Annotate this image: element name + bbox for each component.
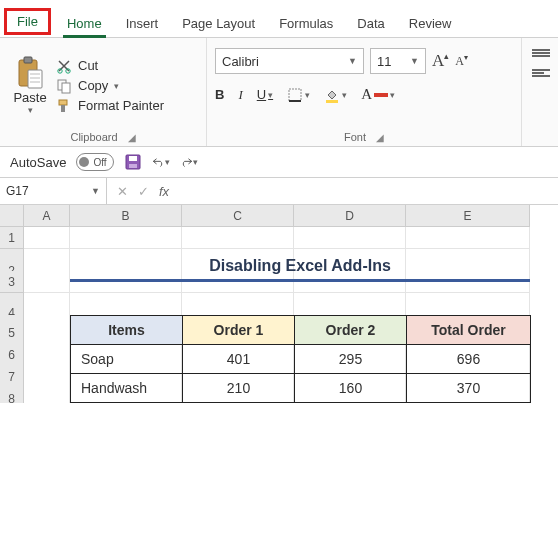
chevron-down-icon: ▼ — [91, 186, 100, 196]
chevron-down-icon: ▾ — [28, 105, 33, 115]
autosave-label: AutoSave — [10, 155, 66, 170]
dialog-launcher-icon[interactable]: ◢ — [128, 132, 136, 143]
decrease-font-button[interactable]: A▾ — [455, 53, 468, 69]
align-left-button[interactable] — [532, 68, 550, 78]
enter-icon[interactable]: ✓ — [138, 184, 149, 199]
svg-rect-14 — [326, 100, 338, 103]
ribbon-tabs: File Home Insert Page Layout Formulas Da… — [0, 0, 558, 38]
table-cell[interactable]: Soap — [71, 345, 183, 374]
table-cell[interactable]: 527 — [295, 403, 407, 404]
table-cell[interactable]: Shampoo — [71, 403, 183, 404]
save-button[interactable] — [124, 153, 142, 171]
borders-button[interactable]: ▾ — [287, 87, 310, 103]
header-order1: Order 1 — [183, 316, 295, 345]
svg-rect-18 — [129, 164, 137, 168]
bold-button[interactable]: B — [215, 87, 224, 102]
fill-color-button[interactable]: ▾ — [324, 87, 347, 103]
quick-access-toolbar: AutoSave Off ▾ ▾ — [0, 147, 558, 178]
underline-button[interactable]: U▾ — [257, 87, 273, 102]
font-size-value: 11 — [377, 54, 391, 69]
font-size-select[interactable]: 11 ▼ — [370, 48, 426, 74]
paste-button[interactable]: Paste ▾ — [8, 42, 52, 129]
tab-home[interactable]: Home — [55, 10, 114, 37]
fx-icon[interactable]: fx — [159, 184, 169, 199]
name-box[interactable]: G17 ▼ — [0, 178, 107, 204]
paste-label: Paste — [13, 90, 46, 105]
tab-formulas[interactable]: Formulas — [267, 10, 345, 37]
cut-label: Cut — [78, 58, 98, 73]
format-painter-label: Format Painter — [78, 98, 164, 113]
font-name-select[interactable]: Calibri ▼ — [215, 48, 364, 74]
tab-review[interactable]: Review — [397, 10, 464, 37]
chevron-down-icon: ▾ — [114, 81, 119, 91]
sheet-title: Disabling Excel Add-Ins — [70, 257, 530, 282]
font-color-button[interactable]: A ▾ — [361, 86, 395, 103]
header-items: Items — [71, 316, 183, 345]
group-clipboard: Paste ▾ Cut Copy ▾ Format Painter — [0, 38, 207, 146]
copy-button[interactable]: Copy ▾ — [56, 78, 164, 94]
format-painter-button[interactable]: Format Painter — [56, 98, 164, 114]
redo-button[interactable]: ▾ — [180, 153, 198, 171]
align-top-button[interactable] — [532, 48, 550, 58]
cut-button[interactable]: Cut — [56, 58, 164, 74]
table-cell[interactable]: Handwash — [71, 374, 183, 403]
font-group-label: Font — [344, 131, 366, 143]
increase-font-button[interactable]: A▴ — [432, 51, 449, 71]
svg-rect-12 — [289, 89, 301, 101]
svg-rect-17 — [129, 156, 137, 161]
group-alignment — [522, 38, 558, 146]
font-name-value: Calibri — [222, 54, 259, 69]
table-cell[interactable]: 730 — [407, 403, 531, 404]
tab-page-layout[interactable]: Page Layout — [170, 10, 267, 37]
clipboard-group-label: Clipboard — [70, 131, 117, 143]
svg-rect-11 — [61, 105, 65, 112]
svg-rect-15 — [374, 93, 388, 97]
chevron-down-icon: ▼ — [410, 56, 419, 66]
italic-button[interactable]: I — [238, 87, 242, 103]
table-cell[interactable]: 696 — [407, 345, 531, 374]
data-table: Items Order 1 Order 2 Total Order Soap40… — [70, 315, 531, 403]
tab-insert[interactable]: Insert — [114, 10, 171, 37]
table-cell[interactable]: 203 — [183, 403, 295, 404]
table-cell[interactable]: 295 — [295, 345, 407, 374]
name-box-value: G17 — [6, 184, 29, 198]
table-cell[interactable]: 370 — [407, 374, 531, 403]
table-cell[interactable]: 210 — [183, 374, 295, 403]
cancel-icon[interactable]: ✕ — [117, 184, 128, 199]
formula-bar: G17 ▼ ✕ ✓ fx — [0, 178, 558, 205]
undo-button[interactable]: ▾ — [152, 153, 170, 171]
table-cell[interactable]: 401 — [183, 345, 295, 374]
header-total: Total Order — [407, 316, 531, 345]
copy-label: Copy — [78, 78, 108, 93]
svg-rect-9 — [62, 83, 70, 93]
ribbon: Paste ▾ Cut Copy ▾ Format Painter — [0, 38, 558, 147]
tab-file[interactable]: File — [4, 8, 51, 35]
dialog-launcher-icon[interactable]: ◢ — [376, 132, 384, 143]
header-order2: Order 2 — [295, 316, 407, 345]
tab-data[interactable]: Data — [345, 10, 396, 37]
svg-rect-2 — [28, 70, 42, 88]
svg-rect-1 — [24, 57, 32, 63]
group-font: Calibri ▼ 11 ▼ A▴ A▾ B I U▾ ▾ ▾ — [207, 38, 522, 146]
autosave-toggle[interactable]: Off — [76, 153, 113, 171]
table-cell[interactable]: 160 — [295, 374, 407, 403]
svg-rect-10 — [59, 100, 67, 105]
chevron-down-icon: ▼ — [348, 56, 357, 66]
